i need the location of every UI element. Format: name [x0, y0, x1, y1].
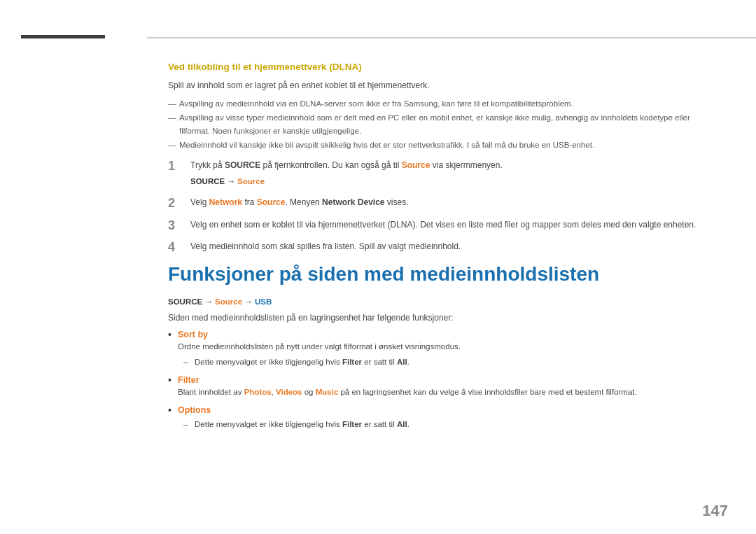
step-2-text: Velg Network fra Source. Menyen Network … [190, 197, 409, 207]
feature-sort-by-desc: Ordne medieinnholdslisten på nytt under … [178, 341, 721, 353]
left-sidebar [0, 0, 147, 534]
source-label: SOURCE → Source → USB [168, 297, 272, 306]
feature-sort-by-title: Sort by [178, 330, 721, 339]
feature-filter-title: Filter [178, 375, 721, 385]
section1-bullets: Avspilling av medieinnhold via en DLNA-s… [168, 97, 721, 152]
section2-title: Funksjoner på siden med medieinnholdslis… [168, 262, 721, 286]
step-1-number: 1 [168, 159, 182, 174]
bullet-item-3: Medieinnhold vil kanskje ikke bli avspil… [168, 139, 721, 151]
sidebar-bar [21, 35, 105, 38]
step-1-text: Trykk på SOURCE på fjernkontrollen. Du k… [190, 160, 503, 170]
step-3-number: 3 [168, 218, 182, 234]
page-container: Ved tilkobling til et hjemmenettverk (DL… [0, 0, 756, 534]
step-2-content: Velg Network fra Source. Menyen Network … [190, 196, 721, 209]
section1-heading: Ved tilkobling til et hjemmenettverk (DL… [168, 62, 721, 72]
section2-source: SOURCE → Source → USB [168, 297, 721, 306]
bullet-item-1: Avspilling av medieinnhold via en DLNA-s… [168, 97, 721, 110]
feature-options-title: Options [178, 405, 721, 415]
sort-by-sub-bullet-1: Dette menyvalget er ikke tilgjengelig hv… [181, 356, 721, 368]
feature-sort-by: Sort by Ordne medieinnholdslisten på nyt… [168, 330, 721, 369]
step-1: 1 Trykk på SOURCE på fjernkontrollen. Du… [168, 159, 721, 190]
step-2-number: 2 [168, 196, 182, 211]
feature-filter-desc: Blant innholdet av Photos, Videos og Mus… [178, 386, 721, 398]
bullet-item-2: Avspilling av visse typer medieinnhold s… [168, 111, 721, 137]
feature-options: Options Dette menyvalget er ikke tilgjen… [168, 405, 721, 430]
step-4: 4 Velg medieinnhold som skal spilles fra… [168, 240, 721, 255]
step-2: 2 Velg Network fra Source. Menyen Networ… [168, 196, 721, 211]
step-list: 1 Trykk på SOURCE på fjernkontrollen. Du… [168, 159, 721, 255]
options-sub-bullets: Dette menyvalget er ikke tilgjengelig hv… [181, 418, 721, 430]
page-number: 147 [702, 502, 728, 520]
step-3: 3 Velg en enhet som er koblet til via hj… [168, 218, 721, 234]
feature-filter: Filter Blant innholdet av Photos, Videos… [168, 375, 721, 398]
step-4-content: Velg medieinnhold som skal spilles fra l… [190, 240, 721, 253]
section2-intro: Siden med medieinnholdslisten på en lagr… [168, 311, 721, 324]
options-sub-bullet-1: Dette menyvalget er ikke tilgjengelig hv… [181, 418, 721, 430]
step-3-text: Velg en enhet som er koblet til via hjem… [190, 220, 696, 230]
sort-by-sub-bullets: Dette menyvalget er ikke tilgjengelig hv… [181, 356, 721, 368]
feature-list: Sort by Ordne medieinnholdslisten på nyt… [168, 330, 721, 431]
main-content: Ved tilkobling til et hjemmenettverk (DL… [147, 37, 756, 534]
section1-intro: Spill av innhold som er lagret på en enh… [168, 79, 721, 92]
step-1-content: Trykk på SOURCE på fjernkontrollen. Du k… [190, 159, 721, 190]
step-1-source-path: SOURCE → Source [190, 175, 721, 188]
step-4-number: 4 [168, 240, 182, 255]
step-4-text: Velg medieinnhold som skal spilles fra l… [190, 241, 461, 251]
step-3-content: Velg en enhet som er koblet til via hjem… [190, 218, 721, 232]
